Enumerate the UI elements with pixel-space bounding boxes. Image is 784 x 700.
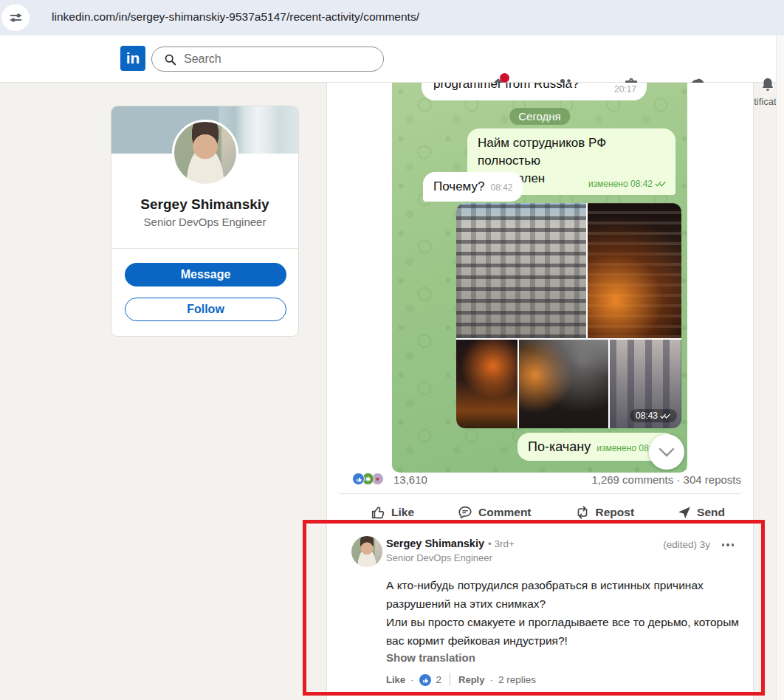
tune-icon (10, 13, 22, 23)
comment-age: 3y (700, 539, 710, 550)
separator-dot: · (489, 674, 493, 685)
repost-button[interactable]: Repost (574, 496, 635, 529)
chevron-down-icon (659, 447, 675, 457)
edited-time-text: изменено 08:42 (588, 179, 653, 189)
profile-card: Sergey Shimanskiy Senior DevOps Engineer… (111, 106, 299, 337)
search-box[interactable] (151, 47, 384, 72)
browser-window: linkedin.com/in/sergey-shimanskiy-9537a5… (0, 0, 784, 700)
comment-button[interactable]: Comment (457, 496, 531, 529)
profile-headline: Senior DevOps Engineer (111, 216, 298, 228)
like-label: Like (391, 506, 414, 519)
telegram-photo-collage: 08:43 (456, 203, 681, 428)
photo-firefighters (519, 340, 608, 428)
linkedin-logo[interactable]: in (120, 46, 145, 71)
comment-avatar[interactable] (351, 536, 382, 567)
comment-edited-timestamp: (edited) 3y (663, 539, 710, 550)
telegram-edited-meta: изменено 08:42 (588, 179, 667, 189)
comment-like-count[interactable]: 2 (436, 674, 442, 685)
comment-text-line: А кто-нибудь потрудился разобраться в ис… (386, 576, 759, 594)
telegram-screenshot[interactable]: programmer from Russia? 20:17 Сегодня На… (392, 83, 687, 473)
telegram-incoming-bubble: programmer from Russia? 20:17 (422, 83, 647, 100)
edited-label: (edited) (663, 539, 697, 550)
comment-text-line: вас кормит фейковая индустрия?! (386, 631, 759, 650)
photo-damaged-building-night (588, 203, 681, 338)
comment-like-button[interactable]: Like (386, 674, 405, 685)
post-card: programmer from Russia? 20:17 Сегодня На… (326, 83, 754, 700)
comment-icon (457, 504, 473, 521)
comment-text-line: Или вы просто смакуете и прогладываете в… (386, 613, 759, 631)
send-button[interactable]: Send (677, 496, 725, 529)
telegram-message-time: 20:17 (614, 84, 636, 95)
double-check-icon (655, 180, 667, 188)
comment-author-name[interactable]: Sergey Shimanskiy (386, 538, 484, 549)
comment-author-degree: • 3rd+ (488, 538, 515, 549)
bell-icon (759, 76, 777, 94)
comment-text-line: разрушений на этих снимках? (386, 594, 759, 613)
comment-options-button[interactable] (719, 541, 737, 549)
reactions-count[interactable]: 13,610 (393, 473, 427, 486)
telegram-message-text: Почему? (433, 178, 484, 196)
search-input[interactable] (184, 52, 361, 66)
site-permissions-icon[interactable] (1, 4, 30, 31)
comment-footer: Like · 2 Reply · 2 replies (386, 673, 536, 686)
comment-reply-button[interactable]: Reply (458, 674, 484, 685)
telegram-incoming-bubble: Почему? 08:42 (423, 172, 523, 202)
telegram-date-pill: Сегодня (509, 108, 570, 125)
like-button[interactable]: Like (370, 496, 414, 529)
thumb-up-icon (355, 476, 362, 483)
photo-destroyed-building-day (456, 203, 586, 338)
url-text[interactable]: linkedin.com/in/sergey-shimanskiy-9537a5… (52, 10, 419, 24)
repost-icon (574, 504, 591, 521)
double-check-icon (660, 413, 671, 419)
follow-button[interactable]: Follow (125, 298, 286, 321)
comment-like-reaction-icon[interactable] (419, 674, 431, 686)
photo-time-text: 08:43 (636, 411, 658, 421)
telegram-message-time: 08:42 (490, 182, 512, 193)
telegram-message-text: Найм сотрудников РФ полностью (478, 134, 665, 170)
repost-label: Repost (596, 506, 635, 519)
notification-badge (500, 73, 509, 83)
separator-dot: · (676, 473, 680, 486)
photo-city-towers-dawn: 08:43 (610, 340, 681, 428)
telegram-edited-meta: изменено 08:4 (596, 443, 656, 453)
comment-author-headline: Senior DevOps Engineer (386, 552, 492, 563)
search-icon (164, 53, 176, 66)
send-label: Send (697, 506, 725, 519)
comment-replies-count[interactable]: 2 replies (498, 674, 536, 685)
telegram-message-text: programmer from Russia? (433, 83, 579, 93)
message-button[interactable]: Message (125, 263, 286, 286)
reposts-count[interactable]: 304 reposts (684, 473, 741, 486)
comments-reposts-count[interactable]: 1,269 comments · 304 reposts (591, 473, 741, 486)
divider (339, 493, 741, 494)
like-icon (370, 504, 386, 521)
photo-city-fire-night (456, 340, 517, 428)
like-reaction-icon (352, 473, 365, 485)
show-translation-link[interactable]: Show translation (386, 651, 475, 664)
linkedin-header: in Home M (0, 35, 784, 83)
comments-count[interactable]: 1,269 comments (591, 473, 673, 486)
thumb-up-icon (422, 676, 429, 684)
post-action-bar: Like Comment Repost (349, 496, 746, 529)
scrollbar[interactable] (776, 35, 784, 700)
send-icon (677, 505, 692, 520)
divider (111, 248, 298, 249)
browser-address-bar[interactable]: linkedin.com/in/sergey-shimanskiy-9537a5… (0, 0, 784, 35)
telegram-message-text: По-качану (528, 438, 591, 456)
profile-avatar[interactable] (172, 120, 238, 186)
comment-author-row: Sergey Shimanskiy • 3rd+ (386, 538, 515, 549)
profile-name[interactable]: Sergey Shimanskiy (111, 196, 298, 213)
comment-label: Comment (478, 506, 531, 519)
reaction-icons[interactable]: ✱ ♥ (352, 473, 384, 485)
comment-body: А кто-нибудь потрудился разобраться в ис… (386, 576, 759, 650)
separator-dot: · (410, 674, 414, 685)
divider (450, 673, 450, 686)
telegram-photo-time: 08:43 (630, 409, 677, 422)
social-counts-row: ✱ ♥ 13,610 1,269 comments · 304 reposts (327, 470, 753, 490)
scroll-down-button[interactable] (649, 434, 684, 470)
